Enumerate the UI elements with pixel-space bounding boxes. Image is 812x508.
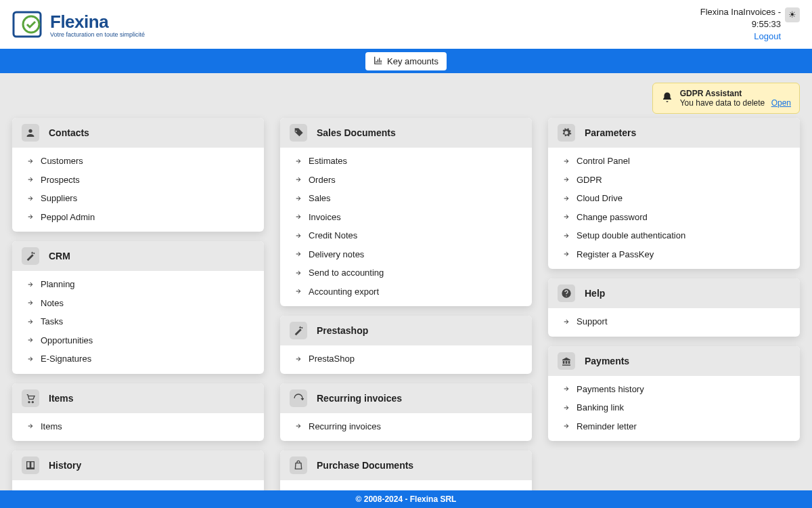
nav-item-change-password[interactable]: Change password — [548, 208, 800, 227]
card-title: Recurring invoices — [317, 393, 402, 404]
nav-item-recurring-invoices[interactable]: Recurring invoices — [280, 417, 532, 436]
card-body: Payments historyBanking linkReminder let… — [548, 376, 800, 442]
logo-tagline: Votre facturation en toute simplicité — [50, 31, 145, 38]
card-header: Purchase Documents — [280, 450, 532, 480]
nav-item-orders[interactable]: Orders — [280, 171, 532, 190]
gear-icon — [558, 124, 575, 142]
nav-item-control-panel[interactable]: Control Panel — [548, 152, 800, 171]
card-items: ItemsItems — [12, 383, 264, 442]
card-header: Parameters — [548, 118, 800, 148]
card-prestashop: PrestashopPrestaShop — [280, 316, 532, 374]
nav-item-peppol-admin[interactable]: Peppol Admin — [12, 208, 264, 227]
dashboard: ContactsCustomersProspectsSuppliersPeppo… — [0, 73, 812, 508]
gdpr-open-link[interactable]: Open — [771, 98, 791, 108]
wand-icon — [22, 247, 39, 265]
card-parameters: ParametersControl PanelGDPRCloud DriveCh… — [548, 118, 800, 269]
header-right: Flexina InaInvoices - 9:55:33 Logout ☀ — [700, 6, 800, 43]
card-sales-documents: Sales DocumentsEstimatesOrdersSalesInvoi… — [280, 118, 532, 306]
top-bluebar: Key amounts — [0, 49, 812, 73]
card-title: CRM — [49, 251, 70, 261]
nav-item-prospects[interactable]: Prospects — [12, 171, 264, 190]
bag-icon — [290, 457, 307, 474]
card-contacts: ContactsCustomersProspectsSuppliersPeppo… — [12, 118, 264, 232]
nav-item-invoices[interactable]: Invoices — [280, 208, 532, 227]
nav-item-credit-notes[interactable]: Credit Notes — [280, 226, 532, 245]
card-header: Contacts — [12, 118, 264, 148]
nav-item-support[interactable]: Support — [548, 312, 800, 331]
logo-name: Flexina — [50, 12, 145, 33]
card-title: Purchase Documents — [317, 460, 413, 471]
nav-item-notes[interactable]: Notes — [12, 294, 264, 313]
bank-icon — [558, 352, 575, 370]
help-icon — [558, 284, 575, 302]
footer: © 2008-2024 - Flexina SRL — [0, 490, 812, 508]
nav-item-prestashop[interactable]: PrestaShop — [280, 350, 532, 368]
nav-item-tasks[interactable]: Tasks — [12, 312, 264, 331]
card-title: Parameters — [585, 127, 636, 138]
book-icon — [22, 457, 39, 474]
app-header: Flexina Votre facturation en toute simpl… — [0, 0, 812, 49]
nav-item-sales[interactable]: Sales — [280, 189, 532, 208]
card-crm: CRMPlanningNotesTasksOpportunitiesE-Sign… — [12, 241, 264, 374]
nav-item-e-signatures[interactable]: E-Signatures — [12, 350, 264, 368]
logo[interactable]: Flexina Votre facturation en toute simpl… — [12, 9, 145, 39]
card-header: Prestashop — [280, 316, 532, 345]
recur-icon — [290, 389, 307, 407]
dashboard-col-1: Sales DocumentsEstimatesOrdersSalesInvoi… — [280, 118, 532, 508]
card-header: Sales Documents — [280, 118, 532, 148]
card-body: Items — [12, 413, 264, 442]
card-recurring-invoices: Recurring invoicesRecurring invoices — [280, 383, 532, 442]
tag-icon — [290, 124, 307, 142]
clock: 9:55:33 — [752, 18, 781, 30]
card-title: Prestashop — [317, 325, 368, 336]
card-title: Payments — [585, 356, 629, 366]
card-payments: PaymentsPayments historyBanking linkRemi… — [548, 346, 800, 442]
card-header: Help — [548, 278, 800, 308]
key-amounts-label: Key amounts — [387, 56, 438, 66]
gdpr-msg: You have data to delete — [680, 98, 765, 108]
dashboard-col-2: ParametersControl PanelGDPRCloud DriveCh… — [548, 118, 800, 508]
bell-icon — [661, 91, 673, 106]
theme-toggle-button[interactable]: ☀ — [785, 7, 800, 22]
card-header: CRM — [12, 241, 264, 271]
card-body: Recurring invoices — [280, 413, 532, 442]
card-body: Control PanelGDPRCloud DriveChange passw… — [548, 148, 800, 269]
chart-icon — [374, 56, 383, 67]
logout-link[interactable]: Logout — [754, 30, 781, 43]
nav-item-send-to-accounting[interactable]: Send to accounting — [280, 263, 532, 282]
nav-item-items[interactable]: Items — [12, 417, 264, 436]
sun-icon: ☀ — [788, 9, 796, 20]
card-header: Items — [12, 383, 264, 413]
nav-item-reminder-letter[interactable]: Reminder letter — [548, 417, 800, 436]
gdpr-banner: GDPR Assistant You have data to delete O… — [652, 83, 800, 114]
people-icon — [22, 124, 39, 142]
logo-mark-icon — [12, 9, 45, 39]
nav-item-estimates[interactable]: Estimates — [280, 152, 532, 171]
dashboard-col-0: ContactsCustomersProspectsSuppliersPeppo… — [12, 118, 264, 508]
nav-item-accounting-export[interactable]: Accounting export — [280, 282, 532, 301]
key-amounts-button[interactable]: Key amounts — [365, 52, 447, 70]
card-header: History — [12, 450, 264, 480]
card-body: CustomersProspectsSuppliersPeppol Admin — [12, 148, 264, 232]
card-body: PrestaShop — [280, 345, 532, 374]
wand-icon — [290, 322, 307, 339]
card-title: Contacts — [49, 127, 89, 138]
nav-item-setup-double-authentication[interactable]: Setup double authentication — [548, 226, 800, 245]
nav-item-payments-history[interactable]: Payments history — [548, 380, 800, 399]
nav-item-customers[interactable]: Customers — [12, 152, 264, 171]
nav-item-cloud-drive[interactable]: Cloud Drive — [548, 189, 800, 208]
nav-item-gdpr[interactable]: GDPR — [548, 171, 800, 190]
card-title: Sales Documents — [317, 127, 396, 138]
card-body: EstimatesOrdersSalesInvoicesCredit Notes… — [280, 148, 532, 306]
cart-icon — [22, 389, 39, 407]
nav-item-planning[interactable]: Planning — [12, 275, 264, 294]
nav-item-delivery-notes[interactable]: Delivery notes — [280, 245, 532, 264]
card-header: Payments — [548, 346, 800, 376]
nav-item-opportunities[interactable]: Opportunities — [12, 331, 264, 350]
card-body: Support — [548, 308, 800, 337]
card-title: Items — [49, 393, 74, 404]
nav-item-suppliers[interactable]: Suppliers — [12, 189, 264, 208]
card-body: PlanningNotesTasksOpportunitiesE-Signatu… — [12, 271, 264, 374]
nav-item-banking-link[interactable]: Banking link — [548, 398, 800, 417]
nav-item-register-a-passkey[interactable]: Register a PassKey — [548, 245, 800, 264]
